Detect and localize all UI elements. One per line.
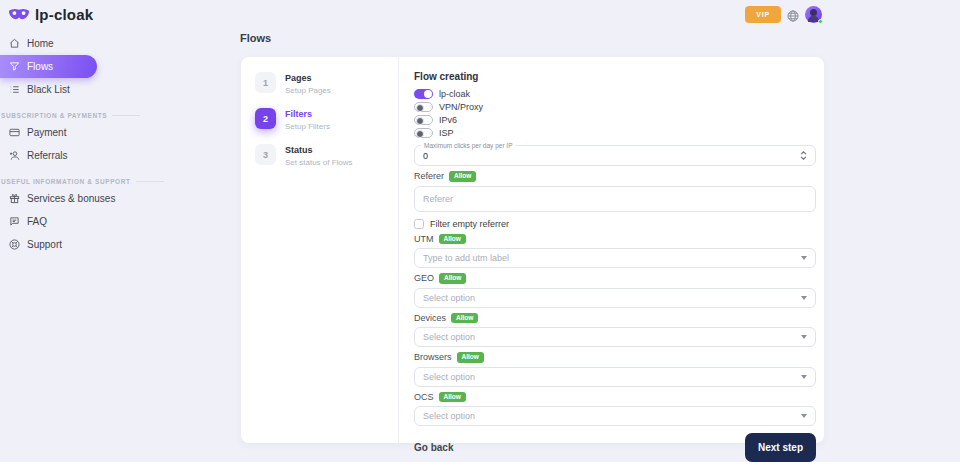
utm-label: UTM	[414, 234, 434, 244]
select-placeholder: Select option	[423, 372, 801, 382]
footer-strip	[0, 462, 960, 475]
sidebar-item-payment[interactable]: Payment	[0, 121, 200, 144]
vip-button[interactable]: VIP	[745, 6, 781, 23]
chevron-down-icon	[801, 335, 807, 339]
devices-allow-badge: Allow	[451, 313, 478, 324]
sidebar-item-label: FAQ	[27, 216, 47, 227]
mask-icon	[8, 7, 30, 21]
number-stepper-icon[interactable]	[800, 151, 807, 160]
chevron-down-icon	[801, 296, 807, 300]
devices-select[interactable]: Select option	[414, 327, 816, 347]
step-number: 1	[255, 72, 276, 93]
sidebar-item-referrals[interactable]: Referrals	[0, 144, 200, 167]
referer-input[interactable]	[414, 186, 816, 212]
sidebar-section-payments: SUBSCRIPTION & PAYMENTS	[1, 112, 200, 119]
user-avatar[interactable]	[805, 6, 822, 23]
sidebar-item-home[interactable]: Home	[0, 32, 200, 55]
geo-select[interactable]: Select option	[414, 288, 816, 308]
form-title: Flow creating	[414, 71, 816, 82]
step-number: 3	[255, 144, 276, 165]
toggle-label: lp-cloak	[439, 89, 470, 99]
step-subtitle: Setup Pages	[285, 86, 331, 95]
sidebar-item-label: Services & bonuses	[27, 193, 115, 204]
toggle-switch-icon[interactable]	[414, 128, 433, 138]
ocs-select[interactable]: Select option	[414, 406, 816, 426]
filters-form: Flow creating lp-cloak VPN/Proxy IPv6 IS…	[399, 57, 824, 443]
top-bar: lp-cloak VIP	[0, 0, 960, 28]
select-placeholder: Select option	[423, 293, 801, 303]
step-number: 2	[255, 108, 276, 129]
geo-label: GEO	[414, 273, 434, 283]
step-title: Pages	[285, 72, 331, 83]
next-step-button[interactable]: Next step	[745, 433, 816, 462]
browsers-allow-badge: Allow	[457, 352, 484, 363]
step-title: Filters	[285, 108, 330, 119]
referer-allow-badge: Allow	[449, 171, 476, 182]
toggle-vpn-proxy[interactable]: VPN/Proxy	[414, 102, 816, 112]
filter-empty-referrer-row[interactable]: Filter empty referrer	[414, 219, 816, 229]
utm-input[interactable]: Type to add utm label	[414, 248, 816, 268]
step-pages[interactable]: 1 Pages Setup Pages	[255, 72, 386, 95]
life-buoy-icon	[9, 239, 20, 250]
toggle-label: VPN/Proxy	[439, 102, 483, 112]
online-status-dot	[818, 19, 823, 24]
step-status[interactable]: 3 Status Set status of Flows	[255, 144, 386, 167]
checkbox-icon[interactable]	[414, 219, 424, 229]
toggle-switch-icon[interactable]	[414, 115, 433, 125]
geo-allow-badge: Allow	[439, 273, 466, 284]
toggle-ipv6[interactable]: IPv6	[414, 115, 816, 125]
funnel-icon	[9, 61, 20, 72]
brand-name: lp-cloak	[35, 6, 93, 23]
sidebar: Home Flows Black List SUBSCRIPTION & PAY…	[0, 32, 200, 256]
step-filters[interactable]: 2 Filters Setup Filters	[255, 108, 386, 131]
toggle-isp[interactable]: ISP	[414, 128, 816, 138]
max-clicks-field[interactable]: Maximum clicks per day per IP	[414, 145, 816, 166]
max-clicks-input[interactable]	[423, 151, 800, 161]
sidebar-item-services[interactable]: Services & bonuses	[0, 187, 200, 210]
select-placeholder: Select option	[423, 411, 801, 421]
toggle-label: ISP	[439, 128, 454, 138]
ocs-label: OCS	[414, 392, 434, 402]
checkbox-label: Filter empty referrer	[430, 219, 509, 229]
browsers-label: Browsers	[414, 352, 452, 362]
step-subtitle: Setup Filters	[285, 122, 330, 131]
brand-logo: lp-cloak	[8, 6, 93, 23]
sidebar-item-label: Home	[27, 38, 54, 49]
sidebar-item-flows[interactable]: Flows	[0, 55, 97, 78]
sidebar-section-support: USEFUL INFORMATION & SUPPORT	[1, 178, 200, 185]
home-icon	[9, 38, 20, 49]
chevron-down-icon	[801, 414, 807, 418]
sidebar-item-label: Support	[27, 239, 62, 250]
credit-card-icon	[9, 127, 20, 138]
sidebar-item-black-list[interactable]: Black List	[0, 78, 200, 101]
devices-label: Devices	[414, 313, 446, 323]
avatar-figure	[810, 9, 817, 16]
sidebar-item-label: Payment	[27, 127, 66, 138]
step-subtitle: Set status of Flows	[285, 158, 353, 167]
utm-placeholder: Type to add utm label	[423, 253, 801, 263]
sidebar-item-label: Black List	[27, 84, 70, 95]
user-plus-icon	[9, 150, 20, 161]
select-placeholder: Select option	[423, 332, 801, 342]
chevron-down-icon	[801, 375, 807, 379]
step-title: Status	[285, 144, 353, 155]
page-title: Flows	[240, 32, 271, 44]
toggle-switch-icon[interactable]	[414, 102, 433, 112]
toggle-switch-icon[interactable]	[414, 89, 433, 99]
wizard-steps: 1 Pages Setup Pages 2 Filters Setup Filt…	[241, 57, 399, 443]
list-icon	[9, 84, 20, 95]
toggle-label: IPv6	[439, 115, 457, 125]
referer-label: Referer	[414, 171, 444, 181]
sidebar-item-faq[interactable]: FAQ	[0, 210, 200, 233]
sidebar-item-label: Flows	[27, 61, 53, 72]
flow-wizard-card: 1 Pages Setup Pages 2 Filters Setup Filt…	[241, 57, 824, 443]
toggle-lp-cloak[interactable]: lp-cloak	[414, 89, 816, 99]
browsers-select[interactable]: Select option	[414, 367, 816, 387]
ocs-allow-badge: Allow	[439, 392, 466, 403]
chat-icon	[9, 216, 20, 227]
language-globe-icon[interactable]	[787, 8, 799, 20]
sidebar-item-label: Referrals	[27, 150, 68, 161]
sidebar-item-support[interactable]: Support	[0, 233, 200, 256]
go-back-button[interactable]: Go back	[414, 442, 453, 453]
chevron-down-icon	[801, 256, 807, 260]
